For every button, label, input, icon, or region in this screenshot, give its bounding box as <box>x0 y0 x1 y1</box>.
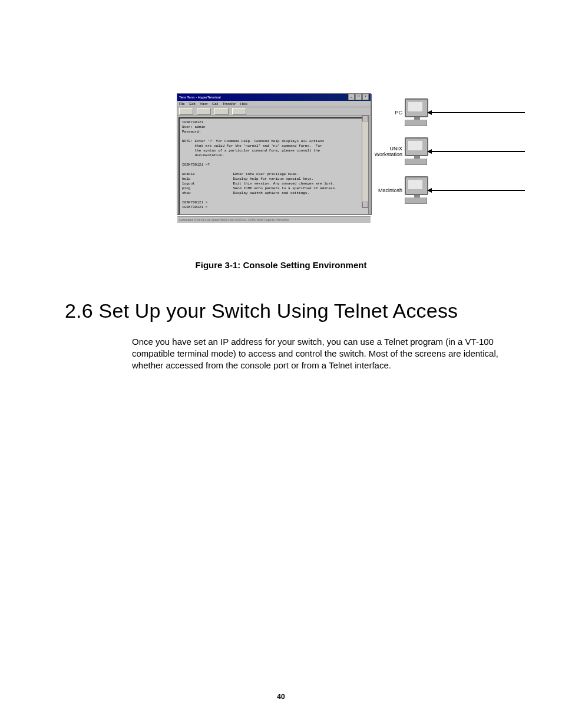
menubar: File Edit View Call Transfer Help <box>177 101 371 107</box>
arrow-line-icon <box>431 151 525 152</box>
client-pc: PC <box>374 93 527 132</box>
page-number: 40 <box>0 693 562 701</box>
scroll-up-icon <box>362 116 368 121</box>
computer-icon <box>405 176 429 205</box>
toolbar <box>177 107 371 116</box>
toolbar-btn <box>197 108 211 115</box>
maximize-icon: □ <box>355 94 362 100</box>
toolbar-btn <box>232 108 246 115</box>
arrow-line-icon <box>431 190 525 191</box>
client-diagram: PC UNIX Workstation Macintosh <box>374 93 527 215</box>
toolbar-btn <box>214 108 229 115</box>
menu-call: Call <box>212 102 218 106</box>
menu-edit: Edit <box>189 102 195 106</box>
section-heading: 2.6 Set Up your Switch Using Telnet Acce… <box>65 299 458 322</box>
figure-console-environment: Tera Term - HyperTerminal _ □ × File Edi… <box>177 93 530 217</box>
minimize-icon: _ <box>348 94 355 100</box>
menu-view: View <box>200 102 207 106</box>
client-mac: Macintosh <box>374 171 527 210</box>
close-icon: × <box>362 94 369 100</box>
statusbar: Connected 0:00:19 Auto detect 9600 ANSI … <box>177 216 371 223</box>
arrow-line-icon <box>431 112 525 113</box>
client-label-pc: PC <box>374 110 405 116</box>
window-titlebar: Tera Term - HyperTerminal _ □ × <box>177 94 371 101</box>
menu-transfer: Transfer <box>223 102 236 106</box>
client-label-mac: Macintosh <box>374 187 405 193</box>
section-body: Once you have set an IP address for your… <box>132 336 502 371</box>
client-label-unix: UNIX Workstation <box>374 146 405 157</box>
vertical-scrollbar <box>362 115 369 208</box>
document-page: Tera Term - HyperTerminal _ □ × File Edi… <box>0 0 562 728</box>
menu-help: Help <box>240 102 247 106</box>
client-unix: UNIX Workstation <box>374 132 527 171</box>
toolbar-btn <box>179 108 193 115</box>
scroll-down-icon <box>362 202 368 207</box>
computer-icon <box>405 137 429 166</box>
hyperterminal-window: Tera Term - HyperTerminal _ □ × File Edi… <box>177 93 371 215</box>
menu-file: File <box>179 102 185 106</box>
terminal-output: IGSM730121 User: admin Password: NOTE: E… <box>178 117 369 215</box>
window-title: Tera Term - HyperTerminal <box>179 94 221 101</box>
window-controls: _ □ × <box>348 94 369 101</box>
computer-icon <box>405 98 429 127</box>
figure-caption: Figure 3-1: Console Setting Environment <box>0 260 562 270</box>
